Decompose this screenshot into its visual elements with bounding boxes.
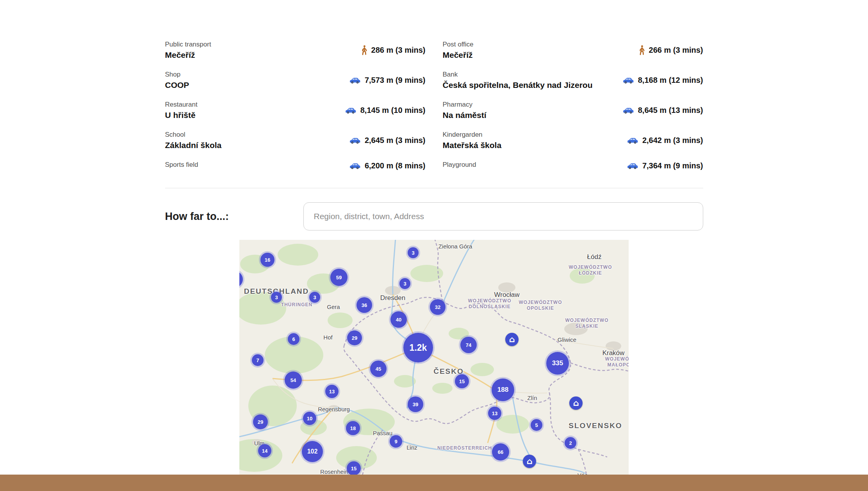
map-cluster-marker[interactable]: 13 [325,385,339,398]
car-icon [622,77,634,84]
cluster-count: 7 [256,357,259,363]
map-cluster-marker[interactable]: 74 [460,337,477,353]
amenity-info: Kindergarden Mateřská škola [443,131,502,150]
amenity-name: Mečeříž [443,50,474,60]
amenity-distance-text: 8,645 m (13 mins) [638,106,703,115]
cluster-count: 40 [396,317,401,323]
amenity-distance-text: 2,645 m (3 mins) [365,136,426,145]
cluster-count: 39 [413,402,418,407]
cluster-count: 188 [497,386,508,394]
amenity-distance-text: 266 m (3 mins) [649,46,703,55]
map-cluster-marker[interactable]: 15 [455,374,469,388]
map-cluster-marker[interactable]: 188 [492,379,514,401]
map-cluster-marker[interactable]: 13 [488,407,501,420]
map-cluster-marker[interactable]: 32 [430,299,446,315]
amenity-distance: 286 m (3 mins) [361,45,426,55]
cluster-count: 9 [394,439,397,445]
amenity-distance-text: 8,168 m (12 mins) [638,76,703,85]
cluster-count: 66 [498,449,503,455]
cluster-count: 18 [350,425,356,431]
cluster-count: 29 [258,419,263,425]
distance-search-section: How far to...: [165,202,703,230]
cluster-count: 45 [376,366,381,372]
map-cluster-marker[interactable]: 39 [408,396,423,412]
amenity-item: Playground [443,161,703,171]
map-cluster-marker[interactable]: 54 [285,371,302,389]
section-divider [165,188,703,188]
map-cluster-marker[interactable]: 66 [492,443,509,461]
bottom-bar [0,475,868,491]
home-marker[interactable] [569,396,583,410]
amenity-item: Shop COOP [165,71,426,90]
cluster-count: 54 [291,377,296,383]
map-cluster-marker[interactable]: 102 [302,441,323,462]
map-cluster-marker[interactable]: 16 [260,253,274,267]
map-cluster-marker[interactable]: 335 [546,352,569,375]
amenity-label: Kindergarden [443,131,502,139]
cluster-count: 5 [535,422,538,428]
amenity-name: Mečeříž [165,50,211,60]
cluster-count: 32 [435,304,440,310]
amenity-label: Pharmacy [443,101,487,109]
map-cluster-marker[interactable]: 40 [390,311,407,328]
map-cluster-marker[interactable]: 2 [565,437,576,449]
cluster-count: 10 [307,416,312,421]
cluster-count: 29 [352,335,357,341]
amenity-name: U hřiště [165,111,198,120]
car-icon [349,77,361,84]
amenity-item: Bank Česká spořitelna, Benátky nad Jizer… [443,71,703,90]
map[interactable]: Zielona Góra Łódź WOJEWÓDZTWO ŁÓDZKIE DE… [239,240,629,486]
amenity-info: Public transport Mečeříž [165,41,211,60]
car-icon [349,137,361,145]
map-cluster-marker[interactable]: 6 [288,333,299,345]
amenity-label: Playground [443,161,476,169]
map-cluster-marker[interactable]: 3 [309,292,320,303]
cluster-count: 13 [492,411,497,416]
map-cluster-marker[interactable]: 3 [408,247,419,258]
map-cluster-marker[interactable]: 36 [356,297,372,313]
amenity-distance-text: 7,364 m (9 mins) [642,161,703,170]
car-icon [627,137,638,145]
map-cluster-marker[interactable]: 7 [252,354,264,366]
amenity-label: Public transport [165,41,211,48]
map-cluster-marker[interactable]: 14 [258,444,271,457]
walking-icon [639,45,645,55]
map-cluster-marker[interactable]: 29 [347,330,362,345]
map-cluster-marker[interactable]: 3 [271,292,282,303]
map-cluster-marker[interactable]: 5 [531,419,542,431]
amenity-name: Na náměstí [443,111,487,120]
cluster-count: 3 [403,281,406,287]
cluster-count: 1.2k [410,343,427,353]
car-icon [349,162,361,170]
map-cluster-marker[interactable]: 1.2k [403,333,433,362]
car-icon [345,107,356,114]
amenity-info: Playground [443,161,476,171]
map-cluster-marker[interactable]: 59 [330,269,348,286]
car-icon [622,107,634,114]
amenity-distance: 7,364 m (9 mins) [627,161,703,170]
map-cluster-marker[interactable]: 29 [253,414,268,429]
amenity-info: Sports field [165,161,198,171]
map-cluster-marker[interactable]: 45 [370,361,387,377]
amenity-distance: 6,200 m (8 mins) [349,161,426,170]
amenity-name: COOP [165,80,189,90]
map-cluster-marker[interactable]: 15 [347,461,361,475]
amenity-item: Public transport Mečeříž [165,41,426,60]
amenity-label: School [165,131,222,139]
home-marker[interactable] [505,333,519,346]
amenity-item: Restaurant U hřiště [165,101,426,120]
home-marker[interactable] [523,455,536,468]
map-cluster-marker[interactable]: 9 [390,435,402,448]
amenity-info: Pharmacy Na náměstí [443,101,487,120]
how-far-input[interactable] [303,202,703,230]
map-cluster-marker[interactable]: 10 [303,412,316,425]
how-far-title: How far to...: [165,211,303,223]
cluster-count: 59 [336,275,342,280]
amenity-distance: 8,145 m (10 mins) [345,106,426,115]
map-cluster-marker[interactable]: 18 [346,421,360,435]
amenity-label: Restaurant [165,101,198,109]
map-cluster-marker[interactable]: 3 [399,278,410,289]
amenity-item: School Základní škola [165,131,426,150]
walking-icon [361,45,367,55]
amenity-item: Kindergarden Mateřská škola [443,131,703,150]
